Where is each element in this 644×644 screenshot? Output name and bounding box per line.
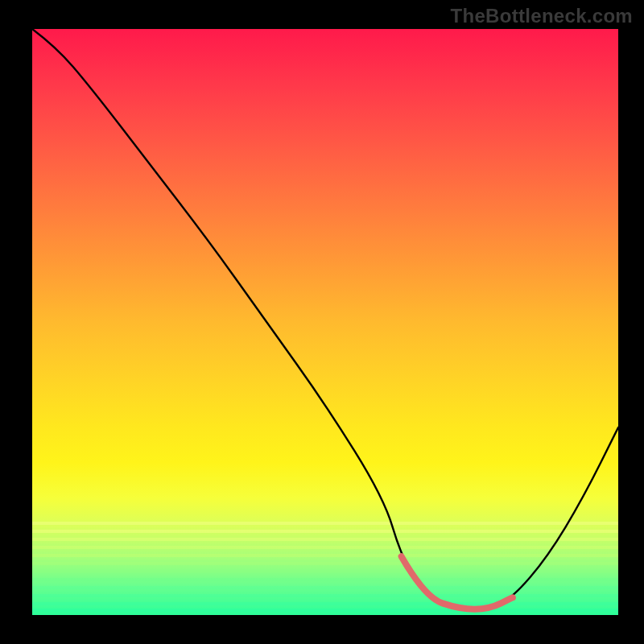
chart-root: TheBottleneck.com — [0, 0, 644, 644]
bottleneck-curve — [32, 29, 618, 609]
watermark-text: TheBottleneck.com — [451, 5, 633, 27]
valley-highlight — [402, 556, 513, 609]
chart-svg — [32, 29, 618, 615]
plot-area — [32, 29, 618, 615]
